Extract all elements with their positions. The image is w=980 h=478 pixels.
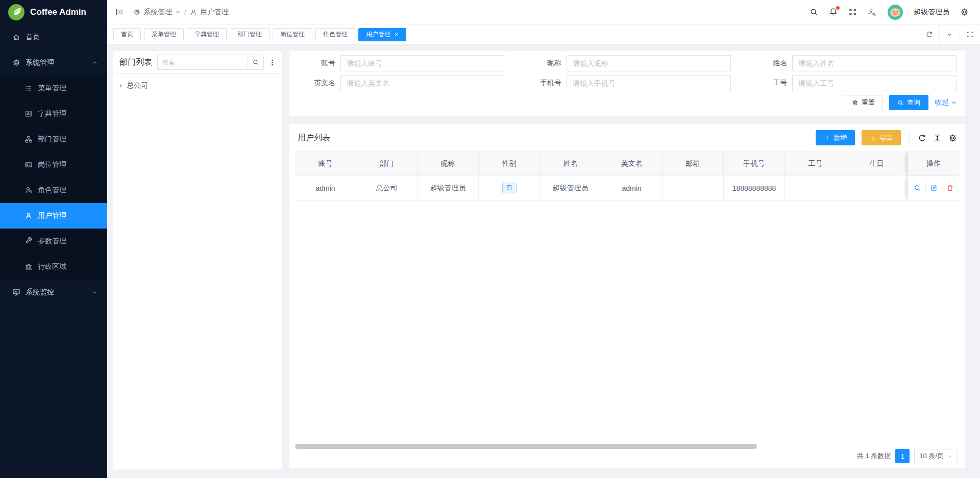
tab-role-management[interactable]: 角色管理	[315, 28, 355, 41]
avatar-eye	[893, 11, 894, 12]
home-icon	[12, 33, 20, 41]
table-row: admin 总公司 超级管理员 男 超级管理员 admin 1888888888…	[295, 176, 960, 200]
collapse-sidebar-icon[interactable]	[115, 8, 124, 16]
form-item-nickname: 昵称	[524, 55, 731, 71]
phone-input[interactable]	[567, 75, 731, 91]
export-button[interactable]: 导出	[862, 130, 901, 145]
cell-en-name: admin	[601, 176, 663, 200]
search-icon[interactable]	[810, 8, 818, 16]
sidebar-item-system-monitor[interactable]: 系统监控	[0, 280, 107, 305]
cell-birthday	[846, 176, 908, 200]
tab-user-management[interactable]: 用户管理	[358, 28, 406, 41]
close-icon[interactable]	[394, 32, 399, 37]
breadcrumb-parent[interactable]: 系统管理	[133, 8, 181, 17]
dept-search-button[interactable]	[248, 55, 264, 70]
edit-icon[interactable]	[930, 184, 938, 192]
caret-right-icon[interactable]	[120, 84, 122, 88]
breadcrumb-separator: /	[184, 8, 186, 16]
refresh-icon[interactable]	[919, 24, 939, 44]
delete-icon[interactable]	[946, 184, 954, 192]
form-item-account: 账号	[298, 55, 505, 71]
tab-home[interactable]: 首页	[113, 28, 141, 41]
view-detail-icon[interactable]	[914, 184, 921, 192]
refresh-icon[interactable]	[918, 134, 926, 142]
user-icon	[24, 212, 33, 220]
settings-gear-icon[interactable]	[960, 8, 969, 16]
sidebar-item-admin-region[interactable]: 行政区域	[0, 254, 107, 280]
app-logo[interactable]: Coffee Admin	[0, 0, 107, 24]
chevron-up-icon	[951, 99, 957, 106]
org-tree-icon	[24, 135, 33, 143]
cell-name: 超级管理员	[540, 176, 601, 200]
chevron-down-icon[interactable]	[939, 24, 960, 44]
sidebar-item-user-management[interactable]: 用户管理	[0, 203, 107, 229]
name-input[interactable]	[792, 55, 957, 71]
sidebar-item-role-management[interactable]: 角色管理	[0, 178, 107, 203]
form-item-en-name: 英文名	[298, 75, 505, 91]
tab-dict-management[interactable]: 字典管理	[187, 28, 227, 41]
system-management-submenu: 菜单管理 字典管理 部门管理 岗位管理 角色管理	[0, 76, 107, 280]
name-label: 姓名	[749, 59, 787, 68]
column-header: 工号	[785, 152, 846, 176]
header-actions: 文A 超级管理员	[810, 5, 980, 20]
breadcrumb-current[interactable]: 用户管理	[190, 8, 229, 17]
user-list-title: 用户列表	[298, 133, 330, 143]
column-settings-gear-icon[interactable]	[948, 134, 957, 142]
avatar[interactable]	[888, 5, 903, 20]
nickname-input[interactable]	[567, 55, 731, 71]
current-username[interactable]: 超级管理员	[914, 8, 949, 17]
column-header-actions: 操作	[908, 152, 960, 176]
reset-button[interactable]: 重置	[844, 95, 883, 110]
toolbar-divider	[909, 133, 910, 142]
page-size-select[interactable]: 10 条/页	[914, 449, 958, 463]
cell-email	[663, 176, 724, 200]
tab-menu-management[interactable]: 菜单管理	[144, 28, 184, 41]
horizontal-scrollbar-thumb[interactable]	[295, 444, 757, 449]
form-item-work-no: 工号	[749, 75, 957, 91]
query-button[interactable]: 查询	[889, 95, 928, 110]
sidebar-item-dict-management[interactable]: 字典管理	[0, 101, 107, 127]
user-table: 账号 部门 昵称 性别 姓名 英文名 邮箱 手机号 工号 生日 操作 admin…	[295, 152, 960, 200]
kebab-menu-icon[interactable]	[268, 59, 276, 66]
column-header: 英文名	[601, 152, 663, 176]
tab-post-management[interactable]: 岗位管理	[273, 28, 312, 41]
wrench-icon	[24, 237, 33, 245]
sidebar-item-post-management[interactable]: 岗位管理	[0, 152, 107, 178]
row-height-icon[interactable]	[933, 134, 942, 142]
phone-label: 手机号	[524, 79, 561, 88]
dictionary-icon	[24, 110, 33, 118]
sidebar-item-dept-management[interactable]: 部门管理	[0, 127, 107, 152]
fullscreen-icon[interactable]	[848, 8, 857, 16]
sidebar-item-home[interactable]: 首页	[0, 24, 107, 50]
maximize-icon[interactable]	[960, 24, 980, 44]
user-list-card: 用户列表 新增 导出	[289, 124, 965, 468]
translate-icon[interactable]: 文A	[868, 8, 877, 17]
chevron-down-icon	[175, 9, 181, 15]
tab-dept-management[interactable]: 部门管理	[230, 28, 270, 41]
dept-panel-header: 部门列表	[113, 51, 282, 74]
svg-text:A: A	[873, 12, 876, 17]
id-card-icon	[24, 161, 33, 169]
page-number-button[interactable]: 1	[895, 449, 910, 463]
sidebar-item-label: 首页	[26, 33, 40, 42]
account-input[interactable]	[340, 55, 505, 71]
column-header: 部门	[356, 152, 418, 176]
monitor-icon	[12, 288, 20, 296]
notification-bell-icon[interactable]	[829, 8, 838, 16]
chevron-down-icon	[947, 454, 953, 459]
column-header: 性别	[479, 152, 540, 176]
tree-node-root[interactable]: 总公司	[120, 80, 276, 92]
sidebar-item-param-management[interactable]: 参数管理	[0, 229, 107, 254]
en-name-input[interactable]	[340, 75, 505, 91]
tree-node-label: 总公司	[127, 81, 148, 90]
dept-search-input[interactable]	[157, 55, 248, 70]
sidebar-item-menu-management[interactable]: 菜单管理	[0, 76, 107, 101]
collapse-form-link[interactable]: 收起	[935, 98, 957, 107]
work-no-input[interactable]	[792, 75, 957, 91]
sidebar-item-system-management[interactable]: 系统管理	[0, 50, 107, 76]
add-user-button[interactable]: 新增	[816, 130, 855, 145]
avatar-snout	[893, 12, 897, 15]
cell-work-no	[785, 176, 846, 200]
sidebar-item-label: 部门管理	[38, 135, 66, 144]
dept-tree: 总公司	[113, 74, 282, 97]
